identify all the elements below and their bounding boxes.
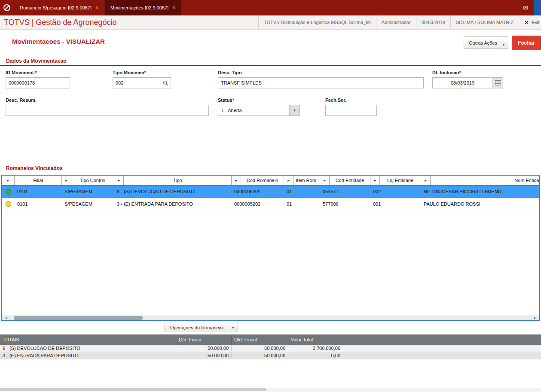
romaneios-grid: ▸ Filial ▸ Tipo Control ▸ Tipo ▸ Cod.Rom… [1,175,540,321]
table-row[interactable]: 0101 S/PESAGEM 6 - (S) DEVOLUCAO DE DEPO… [2,185,539,198]
scrollbar-thumb[interactable] [14,316,143,320]
sort-arrow-icon[interactable]: ▸ [421,176,431,185]
required-asterisk: * [459,70,461,75]
exit-close-icon: ✕ [524,19,529,26]
desc-resum-label: Desc. Resum. [6,97,37,103]
sort-arrow-icon[interactable]: ▸ [284,176,293,185]
totals-qtd-fisica: 50.000,00 [176,353,232,358]
col-header-item-rom[interactable]: Item Rom. [293,176,320,185]
sort-arrow-icon[interactable]: ▸ [2,176,15,185]
tipo-movimen-input[interactable] [113,78,160,88]
grid-horizontal-scrollbar[interactable]: ◄ ► [2,315,539,320]
cell-tipo-control: S/PESAGEM [62,189,114,194]
field-tipo-movimen: Tipo Movimen* [113,70,171,88]
scroll-left-icon[interactable]: ◄ [4,315,8,321]
page-bar: Movimentacoes - VISUALIZAR Outras Ações … [0,30,541,53]
user-label: Administrador [376,15,416,29]
totals-header-qtd-fiscal: Qtd. Fiscal [232,334,288,345]
tab-romaneio[interactable]: Romaneio S/pesagem [02.9.0067] × [14,0,104,15]
required-asterisk: * [232,97,234,103]
col-header-cod-romaneio[interactable]: Cod.Romaneio [241,176,284,185]
field-fech-ser: Fech.Ser. [325,97,377,116]
page-horizontal-scrollbar[interactable] [0,388,541,392]
fech-ser-input[interactable] [325,105,377,116]
status-combobox[interactable]: 1 - Aberta ▼ [218,105,300,116]
sort-arrow-icon[interactable]: ▸ [232,176,241,185]
desc-tipo-input[interactable] [218,77,424,88]
tab-movimentacoes-close-icon[interactable]: × [172,5,175,11]
id-moviment-input[interactable] [6,77,70,88]
side-panel-edge[interactable] [534,0,541,15]
cell-tipo: 6 - (S) DEVOLUCAO DE DEPOSITO [114,189,232,194]
tab-romaneio-label: Romaneio S/pesagem [02.9.0067] [20,5,92,10]
totals-header-qtd-fisica: Qtd. Fisica [176,334,232,345]
environment-label: TOTVS Distribuição e Logística MSSQL Sol… [258,15,376,29]
totals-valor-total: 3.700.000,00 [288,346,343,351]
calendar-icon[interactable] [492,78,503,88]
romaneio-operations-label: Operações do Romaneio [165,323,228,332]
tipo-movimen-label: Tipo Movimen [113,70,144,75]
tab-movimentacoes-label: Movimentações [02.9.0067] [110,5,168,10]
chevron-down-icon: ▼ [502,37,508,49]
fech-ser-label: Fech.Ser. [325,97,346,103]
scroll-right-icon[interactable]: ► [533,315,537,321]
app-header-info: TOTVS Distribuição e Logística MSSQL Sol… [258,15,541,29]
sort-arrow-icon[interactable]: ▸ [320,176,330,185]
totals-header-row: TOTAIS Qtd. Fisica Qtd. Fiscal Valor Tot… [0,334,541,345]
search-icon[interactable] [160,78,171,88]
grid-empty-area [2,210,539,315]
cell-loj-entidade: 002 [370,189,421,194]
col-header-filial[interactable]: Filial [15,176,62,185]
chevron-down-icon: ▼ [228,323,238,332]
desc-resum-input[interactable] [6,105,209,116]
col-header-tipo[interactable]: Tipo [124,176,232,185]
other-actions-button[interactable]: Outras Ações ▼ [464,36,508,49]
table-row[interactable]: 0101 S/PESAGEM 3 - (E) ENTRADA PARA DEPO… [2,198,539,210]
totals-valor-total: 0,00 [288,353,343,358]
totals-qtd-fiscal: 50.000,00 [232,346,288,351]
desc-tipo-label: Desc. Tipo [218,70,241,75]
sort-arrow-icon[interactable]: ▸ [62,176,71,185]
totals-header-filler [343,334,541,345]
close-button[interactable]: Fechar [512,36,541,50]
cell-loj-entidade: 001 [370,201,421,207]
page-title: Movimentacoes - VISUALIZAR [12,38,105,45]
required-asterisk: * [35,70,37,75]
tab-romaneio-close-icon[interactable]: × [95,5,98,11]
cell-filial: 0101 [15,201,62,207]
section-title-dados: Dados da Movimentacao [6,58,67,64]
cell-cod-romaneio: 0000005201 [232,189,284,194]
col-header-nom-entidade[interactable]: Nom.Entidade [431,176,540,185]
totals-header-valor-total: Valor Total [288,334,343,345]
chevron-down-icon[interactable]: ▼ [289,105,300,115]
tab-movimentacoes[interactable]: Movimentações [02.9.0067] × [104,0,181,15]
section-title-romaneios: Romaneios Vinculados [6,165,63,171]
col-header-tipo-control[interactable]: Tipo Control [71,176,114,185]
field-id-moviment: ID Moviment.* [6,70,70,88]
dt-inclusao-label: Dt. Inclusao [432,70,459,75]
romaneio-operations-button[interactable]: Operações do Romaneio ▼ [165,323,238,332]
dt-inclusao-input[interactable] [433,78,492,88]
cell-item-rom: 01 [284,201,320,207]
totals-row-label: 3 - (E) ENTRADA PARA DEPOSITO [0,353,176,358]
section-divider [0,65,541,66]
tabbar-right: ✉ [517,0,541,15]
sort-arrow-icon[interactable]: ▸ [114,176,124,185]
cell-tipo: 3 - (E) ENTRADA PARA DEPOSITO [114,201,232,207]
date-label: 08/03/2019 [416,15,450,29]
totals-header-totais: TOTAIS [0,334,176,345]
cell-item-rom: 01 [284,189,320,194]
scrollbar-thumb[interactable] [0,388,266,391]
app-window: Romaneio S/pesagem [02.9.0067] × Movimen… [0,0,541,392]
app-header: TOTVS | Gestão de Agronegócio TOTVS Dist… [0,15,541,30]
status-dot-green [6,189,11,194]
mail-icon[interactable]: ✉ [517,0,534,15]
exit-button[interactable]: ✕ Exit [519,15,541,29]
col-header-loj-entidade[interactable]: Loj.Entidade [380,176,421,185]
col-header-cod-entidade[interactable]: Cod.Entidade [330,176,370,185]
grid-header-row: ▸ Filial ▸ Tipo Control ▸ Tipo ▸ Cod.Rom… [2,176,539,185]
status-value: 1 - Aberta [218,105,289,115]
sort-arrow-icon[interactable]: ▸ [370,176,380,185]
prohibition-icon [0,0,14,15]
required-asterisk: * [144,70,146,75]
